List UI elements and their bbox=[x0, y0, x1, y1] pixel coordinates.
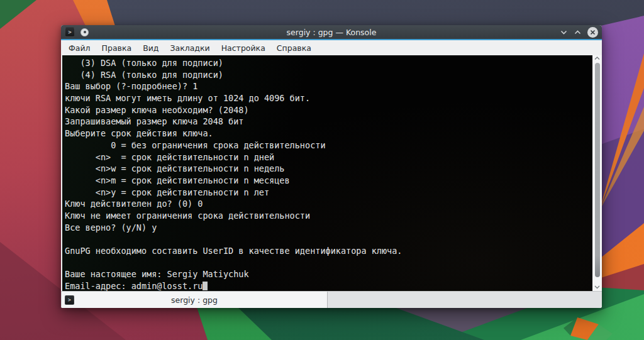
scrollbar-thumb[interactable] bbox=[595, 63, 600, 277]
chevron-down-icon bbox=[560, 28, 568, 36]
menu-settings[interactable]: Настройка bbox=[216, 41, 271, 55]
terminal-input-line[interactable]: Email-адрес: admin@losst.ru bbox=[65, 280, 592, 291]
terminal-line: <n>m = срок действительности n месяцев bbox=[65, 175, 592, 187]
terminal-scrollbar[interactable] bbox=[592, 55, 602, 291]
terminal-line: GnuPG необходимо составить UserID в каче… bbox=[65, 245, 592, 257]
terminal-line: (3) DSA (только для подписи) bbox=[65, 57, 592, 69]
scroll-up-icon[interactable] bbox=[592, 57, 602, 60]
tab-label: sergiy : gpg bbox=[62, 295, 327, 305]
menu-bookmarks[interactable]: Закладки bbox=[164, 41, 215, 55]
terminal-line: Запрашиваемый размер ключа 2048 бит bbox=[65, 116, 592, 128]
close-icon bbox=[590, 30, 596, 35]
terminal-cursor bbox=[203, 282, 208, 290]
terminal-output[interactable]: (3) DSA (только для подписи) (4) RSA (то… bbox=[62, 55, 592, 291]
terminal-line: Ключ действителен до? (0) 0 bbox=[65, 198, 592, 210]
menu-help[interactable]: Справка bbox=[271, 41, 317, 55]
menu-view[interactable]: Вид bbox=[137, 41, 164, 55]
konsole-window: > sergiy : gpg — Konsole Файл Правка Вид… bbox=[61, 25, 602, 308]
menu-file[interactable]: Файл bbox=[63, 41, 96, 55]
tab-sergiy-gpg[interactable]: > sergiy : gpg bbox=[61, 292, 328, 308]
terminal-line: Выберите срок действия ключа. bbox=[65, 128, 592, 140]
terminal-line: <n>w = срок действительности n недель bbox=[65, 163, 592, 175]
terminal-line: <n>y = срок действительности n лет bbox=[65, 187, 592, 199]
terminal-line: Все верно? (y/N) y bbox=[65, 222, 592, 234]
terminal-line: Ваш выбор (?-подробнее)? 1 bbox=[65, 80, 592, 92]
terminal-line: <n> = срок действительности n дней bbox=[65, 151, 592, 163]
terminal-line: Ключ не имеет ограничения срока действит… bbox=[65, 210, 592, 222]
terminal-line-text: Email-адрес: admin@losst.ru bbox=[65, 281, 203, 291]
terminal-line: ключи RSA могут иметь длину от 1024 до 4… bbox=[65, 92, 592, 104]
window-title: sergiy : gpg — Konsole bbox=[61, 28, 602, 37]
menubar: Файл Правка Вид Закладки Настройка Справ… bbox=[61, 40, 602, 55]
close-button[interactable] bbox=[587, 27, 598, 38]
menu-edit[interactable]: Правка bbox=[96, 41, 138, 55]
terminal-line bbox=[65, 233, 592, 245]
desktop: > sergiy : gpg — Konsole Файл Правка Вид… bbox=[0, 0, 644, 340]
terminal-line: (4) RSA (только для подписи) bbox=[65, 69, 592, 81]
titlebar[interactable]: > sergiy : gpg — Konsole bbox=[61, 25, 602, 39]
terminal-line: Ваше настоящее имя: Sergiy Matiychuk bbox=[65, 268, 592, 280]
terminal-line bbox=[65, 257, 592, 269]
tabbar: > sergiy : gpg bbox=[61, 291, 602, 308]
scroll-down-icon[interactable] bbox=[592, 285, 602, 289]
maximize-button[interactable] bbox=[574, 28, 582, 36]
chevron-up-icon bbox=[574, 28, 582, 36]
terminal-line: 0 = без ограничения срока действительнос… bbox=[65, 140, 592, 151]
minimize-button[interactable] bbox=[560, 28, 568, 36]
terminal-line: Какой размер ключа необходим? (2048) bbox=[65, 104, 592, 116]
